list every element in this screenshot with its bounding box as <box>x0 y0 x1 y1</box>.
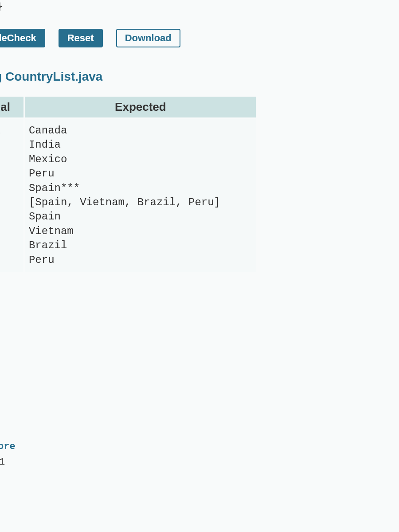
button-row: deCheck Reset Download <box>0 20 399 65</box>
results-table: ıal Expected da a co Canada India Mexico… <box>0 95 258 274</box>
score-value: 1 <box>0 457 5 468</box>
code-tail-line: 9 } <box>0 0 399 20</box>
page-title: ng CountryList.java <box>0 65 399 95</box>
column-header-expected: Expected <box>25 97 256 117</box>
expected-output-cell: Canada India Mexico Peru Spain*** [Spain… <box>25 119 256 272</box>
score-label-fragment: ore <box>0 441 16 452</box>
reset-button[interactable]: Reset <box>59 29 103 47</box>
actual-output-cell: da a co <box>0 119 23 272</box>
column-header-actual: ıal <box>0 97 23 117</box>
download-button[interactable]: Download <box>116 29 180 47</box>
codecheck-button[interactable]: deCheck <box>0 29 45 47</box>
table-row: da a co Canada India Mexico Peru Spain**… <box>0 119 256 272</box>
